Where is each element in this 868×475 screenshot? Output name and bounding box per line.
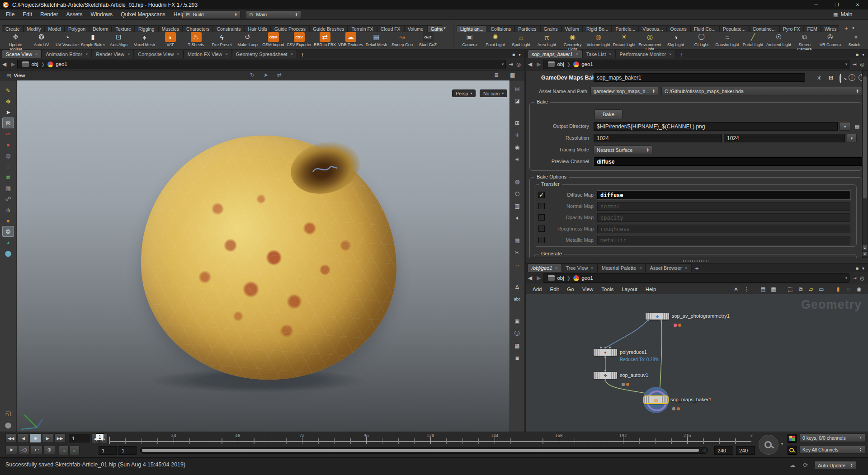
tab-composite-view[interactable]: Composite View× (134, 50, 184, 58)
realtime-icon[interactable]: ⊕ (43, 445, 55, 454)
expand-view-icon[interactable]: ⊞ (512, 118, 522, 127)
back-icon[interactable]: ◀ (0, 61, 9, 67)
shelf-tool-csv-exporter[interactable]: CSVCSV Exporter (286, 32, 312, 47)
shelf-tool-ambient-light[interactable]: ☉Ambient Light (766, 32, 792, 47)
menu-assets[interactable]: Assets (62, 9, 86, 20)
shelf-tab-terrain-fx[interactable]: Terrain FX (348, 25, 377, 32)
shelf-tool-vr-camera[interactable]: ✇VR Camera (817, 32, 843, 47)
tools-icon[interactable]: ✕ (731, 286, 741, 292)
jump-start-button[interactable]: ◀◀ (5, 433, 17, 443)
shelf-tab-guide-brushes[interactable]: Guide Brushes (309, 25, 348, 32)
breadcrumb-obj[interactable]: obj (31, 61, 38, 67)
scroll-down-button[interactable]: ▼ (862, 251, 868, 257)
shelf-tool-camera[interactable]: ▣Camera (457, 32, 482, 47)
asset-box-icon[interactable]: ▮ (834, 286, 843, 292)
scene-viewport[interactable]: Persp ▾ No cam ▾ ✎❊➤⊠✑●◍◌✖▧☍⋔●❂◕⬤◱⬤ ▤◪⊞✛… (0, 80, 524, 432)
right-desktop-switcher[interactable]: ▦ Main (833, 11, 852, 18)
tab-geometry-spreadsheet[interactable]: Geometry Spreadsheet× (232, 50, 297, 58)
breadcrumb[interactable]: obj ❯ geo1 ▾ (543, 273, 849, 283)
network-menu-tools[interactable]: Tools (597, 287, 618, 292)
network-menu-help[interactable]: Help (642, 287, 660, 292)
sticky-note-icon[interactable]: ▱ (807, 286, 816, 292)
shelf-tab-fluid-co[interactable]: Fluid Co... (690, 25, 719, 32)
orange-sphere-tool[interactable]: ● (2, 215, 14, 226)
shelf-tool-vdb-textures[interactable]: ☁VDB Textures (338, 32, 363, 47)
shelf-tab-guide-process[interactable]: Guide Process (271, 25, 309, 32)
grid-icon[interactable]: ▥ (512, 202, 522, 211)
shelf-tab-constraints[interactable]: Constraints (213, 25, 244, 32)
resolution-y-field[interactable]: 1024 (724, 134, 845, 142)
gray-sphere-tool[interactable]: ◍ (2, 150, 14, 161)
spinner-icon[interactable]: ▲▼ (295, 13, 298, 17)
effects-icon[interactable]: ✦ (512, 214, 522, 223)
roughness-map-checkbox[interactable] (538, 226, 545, 232)
pane-layout-icon[interactable]: ▤ (512, 84, 522, 93)
key-all-channels-combo[interactable]: Key All Channels ▲▼ (799, 445, 865, 454)
shelf-tool-update-toolset[interactable]: ✥Update Toolset (3, 32, 28, 52)
network-menu-add[interactable]: Add (528, 287, 546, 292)
red-brush-tool[interactable]: ✑ (2, 128, 14, 139)
pin-icon[interactable]: ⇥ (852, 275, 856, 281)
shelf-tool-stereo-camera[interactable]: ⧉Stereo Camera (792, 32, 817, 52)
tab-close-icon[interactable]: × (85, 52, 88, 56)
tab-motion-fx-view[interactable]: Motion FX View× (184, 50, 232, 58)
tab-close-icon[interactable]: × (226, 52, 228, 56)
stop-button[interactable]: ■ (30, 433, 41, 443)
delete-tool[interactable]: ✖ (2, 172, 14, 183)
background-image-icon[interactable]: ▭ (817, 286, 826, 292)
shelf-tool-caustic-light[interactable]: ≈Caustic Light (714, 32, 740, 47)
shelf-tool-axis-align[interactable]: ⊡Axis Align (106, 32, 132, 47)
snapshot-tool[interactable]: ◱ (2, 408, 14, 419)
shelf-tab-vellum[interactable]: Vellum (561, 25, 583, 32)
tab-obj-geo1[interactable]: /obj/geo1× (528, 263, 562, 272)
shelf-tool-distant-light[interactable]: ☀Distant Light (611, 32, 637, 47)
shelf-tab-model[interactable]: Model (44, 25, 65, 32)
globe-tool[interactable]: ◕ (2, 237, 14, 248)
pane-menu-icon[interactable]: ■ (856, 266, 859, 271)
breadcrumb-obj[interactable]: obj (557, 275, 564, 281)
shelf-tab-rigid-bo[interactable]: Rigid Bo... (583, 25, 612, 32)
network-menu-edit[interactable]: Edit (546, 287, 563, 292)
tab-render-view[interactable]: Render View× (92, 50, 134, 58)
bone-tool[interactable]: ⋔ (2, 204, 14, 215)
pencil-tool[interactable]: ✎ (2, 85, 14, 96)
select-arrow-tool[interactable]: ➤ (2, 107, 14, 118)
forward-icon[interactable]: ▶ (534, 275, 543, 281)
shelf-tab-volume[interactable]: Volume (404, 25, 427, 32)
tab-close-icon[interactable]: × (591, 266, 593, 270)
asset-name-combo[interactable]: gamedev::sop_maps_b... ▲▼ (590, 87, 658, 95)
shelf-tab-texture[interactable]: Texture (112, 25, 134, 32)
search-icon[interactable] (840, 74, 841, 83)
shelf-tab-collisions[interactable]: Collisions (487, 25, 514, 32)
tab-scene-view[interactable]: Scene View× (2, 50, 42, 58)
play-button[interactable]: ▶ (42, 433, 53, 443)
thumbnails-icon[interactable]: ⬚ (786, 286, 795, 292)
view-rotate-icon[interactable]: ↻ (250, 72, 255, 78)
shelf-tool-voxel-mesh[interactable]: ♦Voxel Mesh (132, 32, 157, 47)
shelf-add-tab-button[interactable]: + (842, 25, 851, 32)
add-pane-tab-button[interactable]: + (675, 51, 686, 58)
forward-icon[interactable]: ▶ (534, 61, 543, 67)
shelf-tab-viscous[interactable]: Viscous... (639, 25, 666, 32)
shelf-tab-hair-utils[interactable]: Hair Utils (244, 25, 271, 32)
playhead[interactable]: 1 (96, 433, 104, 440)
wheel-tool[interactable]: ❂ (2, 226, 14, 237)
shelf-tab-create[interactable]: Create (2, 25, 24, 32)
pin-icon[interactable]: ⇥ (509, 61, 513, 67)
shelf-tool-geometry-light[interactable]: ◉Geometry Light (560, 32, 585, 52)
shelf-add-tab-button[interactable]: + (433, 25, 442, 32)
transform-mode-icon[interactable]: ⇄ (277, 72, 282, 78)
gear-menu-icon[interactable]: ✳ (814, 73, 824, 83)
find-icon[interactable]: ◌ (844, 286, 853, 292)
tab-performance-monitor[interactable]: Performance Monitor× (615, 50, 675, 58)
metallic-map-checkbox[interactable] (538, 237, 545, 243)
tab-animation-editor[interactable]: Animation Editor× (42, 50, 92, 58)
info-icon[interactable]: i (849, 74, 855, 81)
shelf-tool-start-goz[interactable]: GoZStart GoZ (415, 32, 441, 47)
maximize-button[interactable]: ❐ (826, 0, 847, 9)
pane-dropdown-icon[interactable]: ▾ (862, 52, 864, 57)
menu-render[interactable]: Render (36, 9, 62, 20)
shelf-tool-point-light[interactable]: ✺Point Light (482, 32, 508, 47)
display-options-icon[interactable]: ◉ (512, 143, 522, 152)
desktop-build-combo[interactable]: ⊞ Build ▲▼ (183, 10, 241, 19)
